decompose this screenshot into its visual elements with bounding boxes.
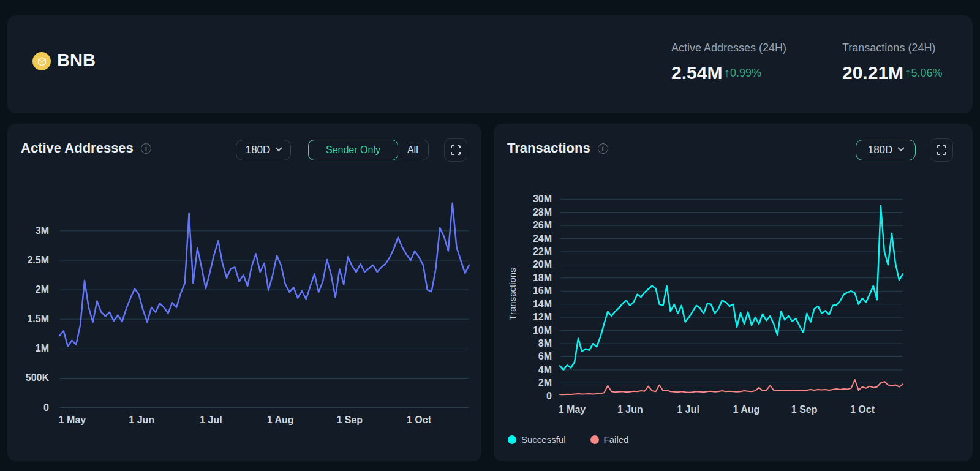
failed-dot-icon xyxy=(590,435,599,444)
y-tick-label: 18M xyxy=(515,273,552,284)
x-tick-label: 1 May xyxy=(548,404,597,415)
y-tick-label: 16M xyxy=(515,285,552,296)
x-tick-label: 1 Jul xyxy=(186,415,235,426)
y-tick-label: 500K xyxy=(12,372,49,383)
successful-dot-icon xyxy=(508,435,516,444)
y-tick-label: 2M xyxy=(515,377,552,388)
x-tick-label: 1 Oct xyxy=(394,415,443,426)
legend-label: Failed xyxy=(604,434,629,445)
stat-label: Active Addresses (24H) xyxy=(671,42,786,55)
y-tick-label: 3M xyxy=(12,225,49,236)
stat-value: 2.54M xyxy=(671,62,722,83)
bnb-logo-icon xyxy=(32,52,51,70)
active-addresses-card: Active Addresses i 180D Sender Only All … xyxy=(7,124,481,461)
x-tick-label: 1 Sep xyxy=(325,415,374,426)
stat-active-addresses: Active Addresses (24H) 2.54M ↑ 0.99% xyxy=(671,42,786,83)
y-tick-label: 1.5M xyxy=(12,314,49,325)
legend-item-successful: Successful xyxy=(508,434,566,445)
legend-item-failed: Failed xyxy=(590,434,629,445)
y-tick-label: 2.5M xyxy=(12,255,49,266)
y-tick-label: 14M xyxy=(515,299,552,310)
chart-legend: Successful Failed xyxy=(508,434,628,445)
up-arrow-icon: ↑ xyxy=(905,66,911,80)
stat-change: 0.99% xyxy=(730,67,761,80)
y-tick-label: 1M xyxy=(12,343,49,354)
header-card: BNB Active Addresses (24H) 2.54M ↑ 0.99%… xyxy=(7,15,973,113)
transactions-card: Transactions i 180D Transactions Success… xyxy=(494,124,973,461)
x-tick-label: 1 Aug xyxy=(256,415,305,426)
y-tick-label: 12M xyxy=(515,312,552,323)
stat-label: Transactions (24H) xyxy=(842,42,943,55)
x-tick-label: 1 Jul xyxy=(664,404,713,415)
coin-title: BNB xyxy=(57,50,96,70)
y-tick-label: 22M xyxy=(515,246,552,257)
y-tick-label: 30M xyxy=(515,194,552,205)
stat-value: 20.21M xyxy=(842,62,903,83)
y-tick-label: 10M xyxy=(515,325,552,336)
y-tick-label: 0 xyxy=(515,391,552,402)
y-tick-label: 24M xyxy=(515,233,552,244)
x-tick-label: 1 Sep xyxy=(780,404,829,415)
y-tick-label: 2M xyxy=(12,284,49,295)
x-tick-label: 1 Oct xyxy=(838,404,887,415)
y-tick-label: 0 xyxy=(12,402,49,413)
up-arrow-icon: ↑ xyxy=(723,66,730,80)
legend-label: Successful xyxy=(521,434,566,445)
stat-transactions: Transactions (24H) 20.21M ↑ 5.06% xyxy=(842,42,943,83)
y-tick-label: 8M xyxy=(515,338,552,349)
x-tick-label: 1 May xyxy=(48,415,97,426)
y-tick-label: 28M xyxy=(515,207,552,218)
y-tick-label: 26M xyxy=(515,220,552,231)
y-tick-label: 6M xyxy=(515,351,552,362)
stat-change: 5.06% xyxy=(911,67,943,80)
x-tick-label: 1 Aug xyxy=(722,404,771,415)
y-tick-label: 20M xyxy=(515,259,552,270)
y-tick-label: 4M xyxy=(515,364,552,375)
x-tick-label: 1 Jun xyxy=(117,415,166,426)
active-addresses-chart[interactable] xyxy=(7,124,481,461)
x-tick-label: 1 Jun xyxy=(606,404,655,415)
